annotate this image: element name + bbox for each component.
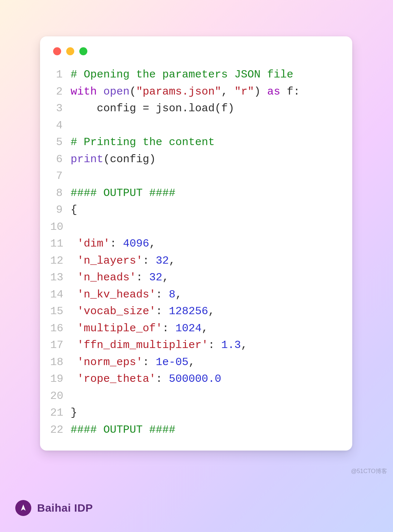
- code-token: 'n_layers': [77, 255, 143, 267]
- line-content: #### OUTPUT ####: [71, 421, 338, 439]
- code-token: 'multiple_of': [77, 322, 162, 335]
- line-number: 6: [50, 151, 71, 168]
- code-token: ,: [162, 271, 169, 284]
- code-block: 1# Opening the parameters JSON file2with…: [50, 66, 338, 438]
- code-token: }: [71, 407, 77, 419]
- code-token: as: [267, 85, 280, 98]
- code-token: "r": [234, 85, 254, 98]
- line-number: 11: [50, 235, 71, 252]
- code-token: [71, 322, 77, 335]
- code-token: 500000.0: [169, 373, 221, 385]
- code-line: 7: [50, 168, 338, 185]
- code-token: [71, 237, 77, 250]
- code-token: :: [136, 271, 149, 284]
- line-number: 19: [50, 371, 71, 388]
- code-token: (: [130, 85, 136, 98]
- code-token: with: [71, 85, 97, 98]
- line-number: 21: [50, 404, 71, 421]
- code-line: 21}: [50, 404, 338, 421]
- zoom-icon[interactable]: [79, 47, 87, 55]
- line-number: 8: [50, 185, 71, 202]
- line-number: 1: [50, 66, 71, 83]
- code-token: 'dim': [77, 237, 110, 250]
- code-token: (config): [103, 153, 156, 165]
- line-content: [71, 117, 338, 134]
- code-token: :: [156, 288, 169, 301]
- code-token: [71, 271, 77, 284]
- code-token: :: [162, 322, 175, 335]
- code-token: print: [71, 153, 103, 165]
- line-number: 12: [50, 252, 71, 269]
- code-token: :: [208, 339, 221, 351]
- code-token: ,: [169, 255, 175, 267]
- code-token: :: [156, 305, 169, 317]
- code-token: ,: [221, 85, 234, 98]
- line-content: 'ffn_dim_multiplier': 1.3,: [71, 337, 338, 354]
- code-token: 'n_heads': [77, 271, 136, 284]
- code-token: :: [143, 356, 156, 368]
- line-content: # Opening the parameters JSON file: [71, 66, 338, 83]
- code-token: 'rope_theta': [77, 373, 156, 385]
- code-token: ,: [202, 322, 208, 335]
- code-line: 8#### OUTPUT ####: [50, 185, 338, 202]
- minimize-icon[interactable]: [66, 47, 74, 55]
- code-line: 20: [50, 388, 338, 405]
- line-content: 'dim': 4096,: [71, 235, 338, 252]
- line-content: 'norm_eps': 1e-05,: [71, 354, 338, 371]
- line-number: 13: [50, 269, 71, 286]
- line-content: [71, 168, 338, 185]
- code-token: 32: [156, 255, 169, 267]
- code-token: 'vocab_size': [77, 305, 156, 317]
- line-number: 10: [50, 219, 71, 236]
- line-number: 22: [50, 421, 71, 439]
- line-content: 'multiple_of': 1024,: [71, 320, 338, 337]
- code-line: 1# Opening the parameters JSON file: [50, 66, 338, 83]
- code-token: ,: [241, 339, 247, 351]
- code-token: :: [143, 255, 156, 267]
- line-content: 'n_heads': 32,: [71, 269, 338, 286]
- code-token: [71, 305, 77, 317]
- code-token: {: [71, 204, 77, 216]
- code-token: 4096: [123, 237, 149, 250]
- code-token: #### OUTPUT ####: [71, 424, 175, 436]
- code-line: 16 'multiple_of': 1024,: [50, 320, 338, 337]
- line-content: {: [71, 201, 338, 219]
- line-content: }: [71, 404, 338, 421]
- code-line: 14 'n_kv_heads': 8,: [50, 286, 338, 303]
- code-line: 2with open("params.json", "r") as f:: [50, 83, 338, 100]
- code-token: [71, 288, 77, 301]
- watermark: @51CTO博客: [351, 468, 387, 475]
- line-content: config = json.load(f): [71, 100, 338, 117]
- code-token: 'n_kv_heads': [77, 288, 156, 301]
- code-line: 19 'rope_theta': 500000.0: [50, 371, 338, 388]
- code-line: 15 'vocab_size': 128256,: [50, 303, 338, 320]
- close-icon[interactable]: [53, 47, 61, 55]
- code-token: # Printing the content: [71, 136, 215, 148]
- code-line: 5# Printing the content: [50, 134, 338, 151]
- code-line: 4: [50, 117, 338, 134]
- code-token: 'norm_eps': [77, 356, 143, 368]
- line-number: 9: [50, 201, 71, 219]
- code-line: 12 'n_layers': 32,: [50, 252, 338, 269]
- brand-name: Baihai IDP: [37, 502, 93, 514]
- code-line: 9{: [50, 201, 338, 219]
- window-controls: [53, 47, 338, 55]
- code-token: [71, 255, 77, 267]
- code-line: 6print(config): [50, 151, 338, 168]
- code-token: 128256: [169, 305, 208, 317]
- code-token: config = json.load(f): [71, 102, 234, 115]
- code-token: :: [110, 237, 123, 250]
- code-token: ): [254, 85, 267, 98]
- line-number: 5: [50, 134, 71, 151]
- line-content: #### OUTPUT ####: [71, 185, 338, 202]
- code-card: 1# Opening the parameters JSON file2with…: [40, 36, 352, 451]
- brand-logo-icon: [15, 500, 31, 516]
- code-line: 18 'norm_eps': 1e-05,: [50, 354, 338, 371]
- line-number: 14: [50, 286, 71, 303]
- line-number: 20: [50, 388, 71, 405]
- line-content: print(config): [71, 151, 338, 168]
- code-token: ,: [188, 356, 195, 368]
- code-token: 1e-05: [156, 356, 188, 368]
- line-content: 'n_kv_heads': 8,: [71, 286, 338, 303]
- line-content: # Printing the content: [71, 134, 338, 151]
